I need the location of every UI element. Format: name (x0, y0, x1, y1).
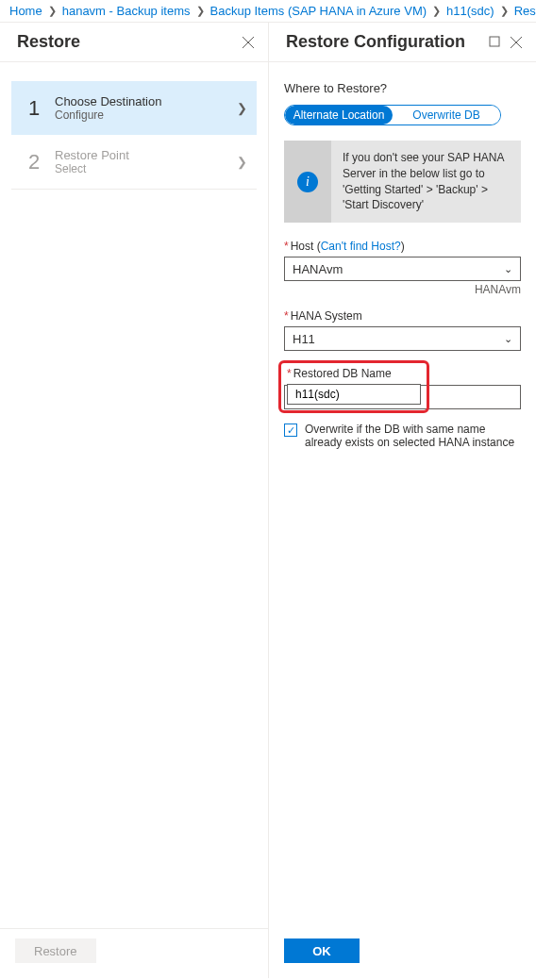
restored-db-name-highlight: *Restored DB Name (278, 360, 429, 413)
chevron-right-icon: ❯ (237, 155, 247, 169)
restore-button: Restore (15, 938, 96, 963)
chevron-right-icon: ❯ (237, 101, 247, 115)
breadcrumb-backup-items[interactable]: Backup Items (SAP HANA in Azure VM) (210, 4, 427, 18)
step-number: 2 (21, 150, 47, 174)
step-subtitle: Configure (55, 108, 237, 122)
info-icon-wrap: i (284, 141, 331, 223)
restore-config-footer: OK (269, 929, 536, 978)
info-callout: i If you don't see your SAP HANA Server … (284, 141, 521, 223)
restore-panel: Restore 1 Choose Destination Configure ❯… (0, 23, 269, 978)
cant-find-host-link[interactable]: Can't find Host? (321, 240, 401, 253)
where-to-restore-label: Where to Restore? (284, 81, 521, 95)
info-icon: i (297, 172, 318, 192)
close-icon[interactable] (242, 36, 255, 49)
restore-panel-footer: Restore (0, 928, 268, 978)
hana-system-value: H11 (293, 332, 315, 346)
step-restore-point[interactable]: 2 Restore Point Select ❯ (11, 135, 257, 190)
host-value: HANAvm (293, 262, 343, 276)
step-number: 1 (21, 96, 47, 121)
toggle-overwrite-db[interactable]: Overwrite DB (393, 106, 500, 125)
ok-button[interactable]: OK (284, 938, 360, 963)
step-subtitle: Select (55, 162, 237, 175)
restore-config-panel: Restore Configuration Where to Restore? … (269, 23, 536, 978)
chevron-right-icon: ❯ (432, 5, 441, 17)
breadcrumb-h11sdc[interactable]: h11(sdc) (446, 4, 494, 18)
breadcrumb-restore[interactable]: Restore (514, 4, 536, 18)
restore-mode-toggle: Alternate Location Overwrite DB (284, 105, 501, 125)
chevron-right-icon: ❯ (48, 5, 57, 17)
restore-config-header: Restore Configuration (269, 23, 536, 62)
breadcrumb-home[interactable]: Home (9, 4, 42, 18)
close-icon[interactable] (510, 36, 523, 49)
breadcrumb: Home ❯ hanavm - Backup items ❯ Backup It… (0, 0, 536, 23)
step-title: Choose Destination (55, 94, 237, 108)
chevron-right-icon: ❯ (500, 5, 509, 17)
restore-config-title: Restore Configuration (286, 32, 465, 52)
info-text: If you don't see your SAP HANA Server in… (331, 141, 521, 223)
toggle-alternate-location[interactable]: Alternate Location (285, 106, 393, 125)
chevron-right-icon: ❯ (196, 5, 205, 17)
hana-system-label: *HANA System (284, 309, 521, 323)
overwrite-checkbox-label: Overwrite if the DB with same name alrea… (305, 423, 521, 449)
chevron-down-icon: ⌄ (504, 333, 512, 345)
svg-rect-2 (490, 37, 499, 46)
restored-db-name-label: *Restored DB Name (287, 367, 421, 380)
restore-panel-title: Restore (17, 32, 80, 52)
host-select[interactable]: HANAvm ⌄ (284, 257, 521, 281)
restored-db-name-input[interactable] (287, 384, 421, 405)
chevron-down-icon: ⌄ (504, 263, 512, 275)
host-helper: HANAvm (284, 283, 521, 296)
hana-system-select[interactable]: H11 ⌄ (284, 326, 521, 351)
step-choose-destination[interactable]: 1 Choose Destination Configure ❯ (11, 81, 257, 135)
host-label: *Host (Can't find Host?) (284, 240, 521, 253)
restore-panel-header: Restore (0, 23, 268, 62)
step-title: Restore Point (55, 148, 237, 162)
breadcrumb-hanavm[interactable]: hanavm - Backup items (62, 4, 191, 18)
maximize-icon[interactable] (489, 36, 500, 49)
